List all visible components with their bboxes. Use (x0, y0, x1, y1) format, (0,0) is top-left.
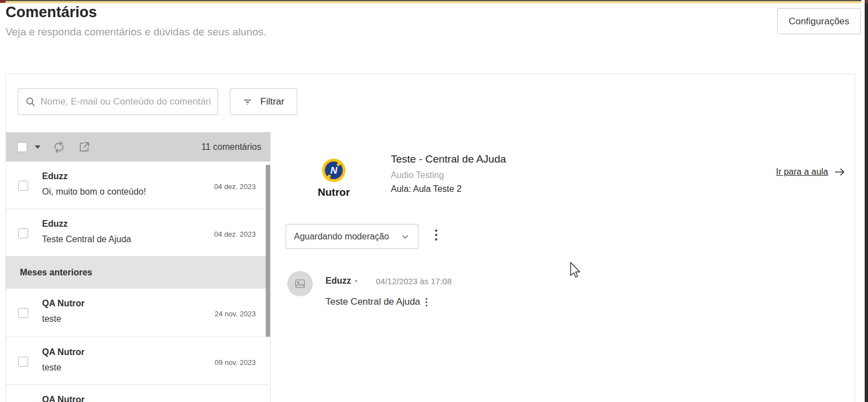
chevron-down-icon (400, 232, 410, 242)
select-all-checkbox[interactable] (17, 142, 27, 152)
item-date: 04 dez. 2023 (214, 182, 256, 191)
filter-button-label: Filtrar (260, 96, 284, 107)
go-to-lesson-label: Ir para a aula (776, 167, 828, 177)
page-subtitle: Veja e responda comentários e dúvidas de… (6, 26, 266, 38)
comment-list-item[interactable]: QA Nutror teste 09 nov. 2023 (6, 337, 270, 385)
item-preview: teste (42, 314, 61, 324)
item-date: 04 dez. 2023 (214, 230, 256, 238)
moderation-status-label: Aguardando moderação (294, 232, 400, 242)
thread-kebab-menu[interactable] (433, 227, 440, 243)
brand-name: Nutror (318, 186, 350, 199)
comment-list-header: 11 comentários (6, 132, 270, 161)
item-author: Eduzz (42, 171, 68, 181)
comment-list-item[interactable]: Eduzz Teste Central de Ajuda 04 dez. 202… (6, 209, 270, 257)
item-preview: Oi, muito bom o conteúdo! (42, 187, 146, 197)
module-name: Audio Testing (391, 170, 444, 180)
item-author: QA Nutror (42, 299, 85, 309)
item-author: QA Nutror (42, 395, 85, 402)
comment-timestamp: 04/12/2023 às 17:08 (376, 276, 452, 286)
item-checkbox[interactable] (18, 181, 28, 191)
refresh-button[interactable] (51, 140, 66, 154)
item-checkbox[interactable] (18, 357, 28, 367)
filter-button[interactable]: Filtrar (230, 88, 297, 115)
item-author: QA Nutror (42, 347, 85, 357)
item-checkbox[interactable] (18, 308, 28, 318)
filter-icon (242, 97, 252, 107)
item-date: 09 nov. 2023 (215, 358, 256, 367)
comments-card: Filtrar 11 comentários Eduzz Oi, muito b… (6, 74, 855, 402)
comment-kebab-menu[interactable] (426, 298, 427, 306)
course-logo: N Nutror (318, 158, 350, 199)
item-preview: teste (42, 363, 61, 373)
course-title: Teste - Central de AJuda (391, 153, 506, 165)
comment-author: Eduzz (326, 276, 351, 286)
comment-list-item[interactable]: QA Nutror teste 24 nov. 2023 (6, 289, 270, 337)
item-author: Eduzz (42, 219, 68, 229)
select-all-caret-icon[interactable] (35, 145, 40, 149)
comment-detail-panel: N Nutror Teste - Central de AJuda Audio … (270, 132, 855, 402)
page-title: Comentários (6, 4, 97, 21)
nutror-logo-icon: N (322, 158, 346, 182)
comment-list-item[interactable]: Eduzz Oi, muito bom o conteúdo! 04 dez. … (6, 161, 270, 209)
image-placeholder-icon (294, 278, 306, 290)
list-section-header: Meses anteriores (6, 257, 270, 289)
comment-list-item[interactable]: QA Nutror (6, 385, 270, 402)
settings-button[interactable]: Configurações (777, 8, 861, 34)
go-to-lesson-link[interactable]: Ir para a aula (776, 167, 846, 177)
top-bar-yellow-line (0, 1, 861, 3)
item-preview: Teste Central de Ajuda (42, 234, 131, 244)
window-right-edge-cap (865, 0, 868, 3)
search-input[interactable] (40, 96, 211, 107)
item-date: 24 nov. 2023 (215, 310, 256, 318)
lesson-label: Aula: Aula Teste 2 (391, 184, 462, 194)
search-box[interactable] (18, 88, 218, 115)
comment-count: 11 comentários (202, 142, 261, 152)
open-external-button[interactable] (78, 140, 91, 154)
comment-separator: • (355, 277, 358, 285)
top-left-remnant (0, 0, 6, 3)
svg-text:N: N (330, 165, 338, 176)
avatar (287, 271, 313, 296)
comment-text: Teste Central de Ajuda (326, 296, 420, 307)
search-icon (25, 96, 36, 107)
item-checkbox[interactable] (18, 228, 28, 238)
window-right-edge (865, 0, 868, 402)
arrow-right-icon (834, 167, 846, 177)
moderation-status-dropdown[interactable]: Aguardando moderação (286, 224, 418, 249)
list-scrollbar-thumb[interactable] (266, 165, 270, 337)
